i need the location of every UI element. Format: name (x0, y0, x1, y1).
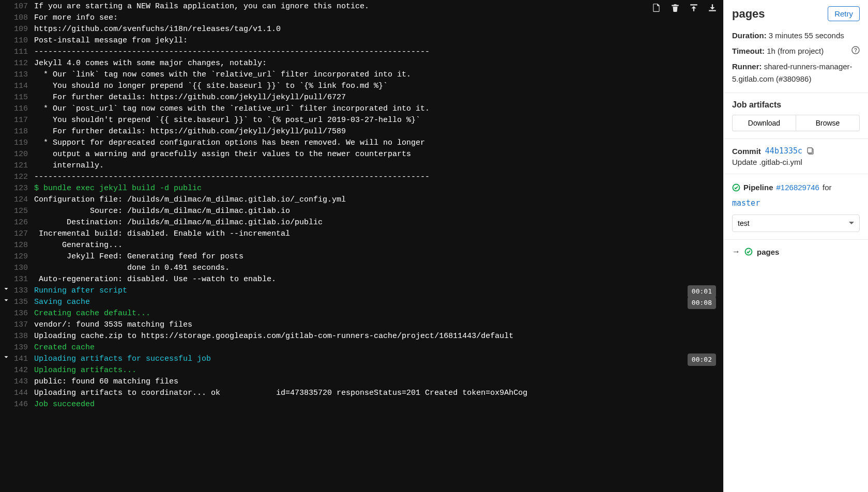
svg-rect-3 (808, 148, 812, 153)
collapse-chevron-icon[interactable] (1, 297, 11, 304)
log-line: 112Jekyll 4.0 comes with some major chan… (0, 58, 723, 69)
line-number: 122 (11, 172, 34, 183)
log-text: $ bundle exec jekyll build -d public (34, 183, 718, 194)
line-number: 124 (11, 194, 34, 206)
line-number: 130 (11, 263, 34, 274)
line-number: 121 (11, 160, 34, 172)
log-line: 146Job succeeded (0, 399, 723, 410)
pipeline-id-link[interactable]: #126829746 (776, 181, 819, 194)
line-number: 128 (11, 240, 34, 251)
line-number: 112 (11, 58, 34, 69)
log-text: vendor/: found 3535 matching files (34, 319, 718, 331)
commit-sha-link[interactable]: 44b1335c (765, 146, 802, 156)
pipeline-status-icon (732, 183, 740, 192)
log-text: Source: /builds/m_dilmac/m_dilmac.gitlab… (34, 206, 718, 217)
browse-artifacts-button[interactable]: Browse (796, 115, 860, 131)
log-text: Generating... (34, 240, 718, 251)
line-number: 135 (11, 297, 34, 308)
line-number: 116 (11, 103, 34, 115)
branch-link[interactable]: master (732, 197, 860, 209)
line-number: 120 (11, 149, 34, 160)
commit-row: Commit 44b1335c (732, 146, 860, 156)
line-number: 136 (11, 308, 34, 319)
log-text: Uploading artifacts for successful job (34, 353, 718, 365)
log-text: Uploading artifacts to coordinator... ok… (34, 388, 718, 399)
line-number: 117 (11, 115, 34, 126)
line-number: 109 (11, 24, 34, 35)
log-line: 111-------------------------------------… (0, 47, 723, 58)
log-line: 128 Generating... (0, 240, 723, 251)
log-text: Running after script (34, 285, 718, 297)
log-line: 119 * Support for deprecated configurati… (0, 137, 723, 149)
log-line: 113 * Our `link` tag now comes with the … (0, 69, 723, 81)
line-number: 141 (11, 353, 34, 365)
log-line: 110Post-install message from jekyll: (0, 35, 723, 47)
current-job-row[interactable]: → pages (732, 247, 860, 256)
timeout-row: Timeout: 1h (from project) ? (732, 45, 860, 57)
log-line: 127 Incremental build: disabled. Enable … (0, 228, 723, 240)
collapse-chevron-icon[interactable] (1, 353, 11, 361)
log-text: Uploading artifacts... (34, 365, 718, 376)
log-line: 135Saving cache00:08 (0, 297, 723, 308)
stage-select[interactable]: test (732, 214, 860, 232)
section-duration-badge: 00:01 (688, 285, 716, 298)
copy-sha-icon[interactable] (806, 147, 815, 155)
erase-log-icon[interactable] (671, 3, 680, 17)
job-title: pages (732, 7, 765, 21)
duration-row: Duration: 3 minutes 55 seconds (732, 29, 860, 42)
scroll-bottom-icon[interactable] (708, 3, 717, 17)
log-text: public: found 60 matching files (34, 376, 718, 388)
help-icon[interactable]: ? (851, 46, 860, 54)
runner-row: Runner: shared-runners-manager-5.gitlab.… (732, 60, 860, 85)
log-text: You should no longer prepend `{{ site.ba… (34, 81, 718, 92)
log-text: Saving cache (34, 297, 718, 308)
log-text: Configuration file: /builds/m_dilmac/m_d… (34, 194, 718, 206)
arrow-right-icon: → (732, 247, 740, 256)
log-text: Auto-regeneration: disabled. Use --watch… (34, 274, 718, 285)
log-text: Post-install message from jekyll: (34, 35, 718, 47)
log-line: 125 Source: /builds/m_dilmac/m_dilmac.gi… (0, 206, 723, 217)
log-text: Job succeeded (34, 399, 718, 410)
log-line: 131 Auto-regeneration: disabled. Use --w… (0, 274, 723, 285)
log-text: * Our `post_url` tag now comes with the … (34, 103, 718, 115)
log-text: Incremental build: disabled. Enable with… (34, 228, 718, 240)
log-line: 144Uploading artifacts to coordinator...… (0, 388, 723, 399)
log-text: Created cache (34, 342, 718, 353)
scroll-top-icon[interactable] (689, 3, 698, 17)
log-text: Jekyll 4.0 comes with some major changes… (34, 58, 718, 69)
collapse-chevron-icon[interactable] (1, 285, 11, 293)
commit-message: Update .gitlab-ci.yml (732, 158, 860, 166)
artifacts-title: Job artifacts (732, 100, 860, 110)
log-line: 109https://github.com/svenfuchs/i18n/rel… (0, 24, 723, 35)
line-number: 144 (11, 388, 34, 399)
pipeline-row: Pipeline #126829746 for master (732, 181, 860, 209)
section-duration-badge: 00:02 (688, 353, 716, 366)
log-text: Creating cache default... (34, 308, 718, 319)
log-line: 117 You shouldn't prepend `{{ site.baseu… (0, 115, 723, 126)
log-toolbar (652, 3, 717, 17)
log-line: 107If you are starting a NEW Rails appli… (0, 1, 723, 12)
line-number: 131 (11, 274, 34, 285)
log-line: 129 Jekyll Feed: Generating feed for pos… (0, 251, 723, 263)
job-status-icon (744, 248, 753, 256)
line-number: 110 (11, 35, 34, 47)
log-text: Uploading cache.zip to https://storage.g… (34, 331, 718, 342)
raw-log-icon[interactable] (652, 3, 661, 17)
log-text: done in 0.491 seconds. (34, 263, 718, 274)
log-line: 114 You should no longer prepend `{{ sit… (0, 81, 723, 92)
line-number: 111 (11, 47, 34, 58)
line-number: 137 (11, 319, 34, 331)
log-line: 130 done in 0.491 seconds. (0, 263, 723, 274)
log-line: 108For more info see: (0, 12, 723, 24)
log-line: 143public: found 60 matching files (0, 376, 723, 388)
line-number: 119 (11, 137, 34, 149)
retry-button[interactable]: Retry (828, 6, 860, 21)
log-text: If you are starting a NEW Rails applicat… (34, 1, 718, 12)
log-line: 136Creating cache default... (0, 308, 723, 319)
log-line: 121 internally. (0, 160, 723, 172)
log-text: https://github.com/svenfuchs/i18n/releas… (34, 24, 718, 35)
download-artifacts-button[interactable]: Download (732, 115, 796, 131)
line-number: 108 (11, 12, 34, 24)
log-line: 120 output a warning and gracefully assi… (0, 149, 723, 160)
line-number: 133 (11, 285, 34, 297)
